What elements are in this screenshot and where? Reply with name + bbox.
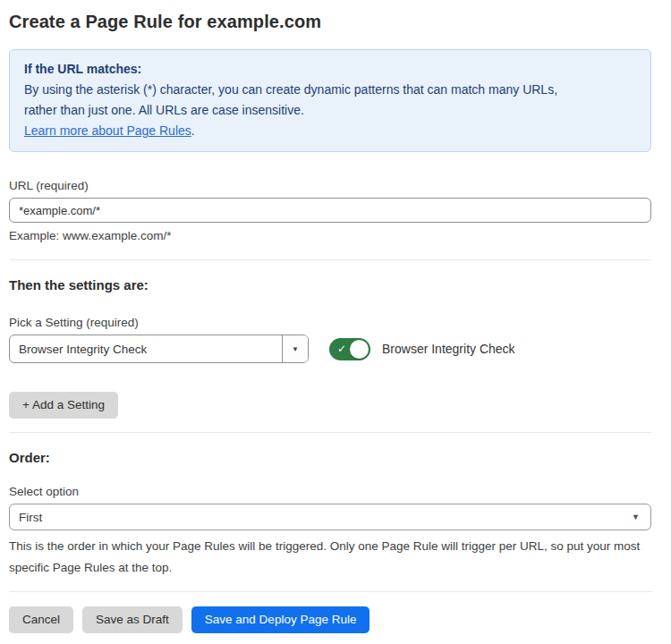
url-input[interactable]: [9, 198, 651, 223]
order-select[interactable]: First ▼: [9, 504, 651, 530]
info-box-text-line1: By using the asterisk (*) character, you…: [24, 80, 636, 100]
check-icon: ✓: [337, 343, 346, 354]
setting-row: Browser Integrity Check ▼ ✓ Browser Inte…: [9, 335, 651, 363]
save-and-deploy-button[interactable]: Save and Deploy Page Rule: [191, 606, 370, 633]
setting-dropdown-value: Browser Integrity Check: [10, 343, 282, 356]
chevron-down-icon[interactable]: ▼: [282, 335, 308, 362]
link-period: .: [191, 123, 195, 138]
info-box-text-line2: rather than just one. All URLs are case …: [24, 100, 636, 121]
toggle-label: Browser Integrity Check: [382, 342, 515, 356]
settings-section-heading: Then the settings are:: [9, 277, 651, 292]
divider: [9, 432, 651, 433]
order-section-heading: Order:: [9, 450, 651, 465]
setting-dropdown[interactable]: Browser Integrity Check ▼: [9, 335, 309, 363]
learn-more-link[interactable]: Learn more about Page Rules: [24, 123, 191, 138]
url-label: URL (required): [9, 179, 651, 192]
cancel-button[interactable]: Cancel: [9, 606, 73, 633]
select-option-label: Select option: [9, 485, 651, 498]
order-help-text: This is the order in which your Page Rul…: [9, 536, 651, 579]
toggle-knob: [350, 340, 369, 359]
save-as-draft-button[interactable]: Save as Draft: [82, 606, 183, 633]
add-setting-button[interactable]: + Add a Setting: [9, 392, 118, 419]
url-match-info-box: If the URL matches: By using the asteris…: [9, 49, 651, 152]
divider: [9, 591, 651, 592]
info-box-link-line: Learn more about Page Rules.: [24, 121, 636, 141]
pick-setting-label: Pick a Setting (required): [9, 316, 651, 329]
url-example-text: Example: www.example.com/*: [9, 229, 651, 242]
info-box-heading: If the URL matches:: [24, 59, 636, 80]
divider: [9, 259, 651, 260]
browser-integrity-toggle[interactable]: ✓: [329, 338, 370, 360]
create-page-rule-panel: Create a Page Rule for example.com If th…: [0, 0, 671, 644]
chevron-down-icon: ▼: [632, 513, 640, 521]
order-select-value: First: [19, 511, 42, 524]
page-title: Create a Page Rule for example.com: [9, 12, 651, 32]
footer-actions: Cancel Save as Draft Save and Deploy Pag…: [9, 606, 651, 633]
